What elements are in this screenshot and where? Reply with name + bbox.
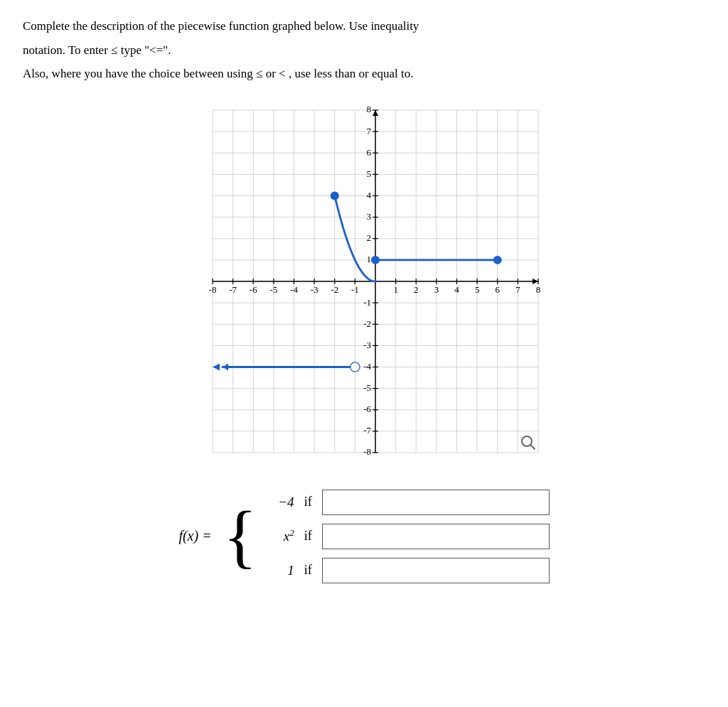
case-row-3: 1 if <box>269 558 550 583</box>
case-row-1: −4 if <box>269 490 550 515</box>
piecewise-section: f(x) = { −4 if x2 if 1 if <box>23 490 705 583</box>
graph-container <box>23 96 705 473</box>
case-value-3: 1 <box>269 563 294 578</box>
case-if-2: if <box>304 529 312 544</box>
function-graph <box>176 96 552 473</box>
case-if-3: if <box>304 563 312 578</box>
fx-label: f(x) = <box>178 528 211 544</box>
case-input-4[interactable] <box>322 558 550 583</box>
instruction-line2: notation. To enter ≤ type "<=". <box>23 41 705 60</box>
cases-table: −4 if x2 if 1 if <box>269 490 550 583</box>
piecewise-brace: { <box>223 501 257 572</box>
instruction-line3: Also, where you have the choice between … <box>23 65 705 83</box>
case-value-2: x2 <box>269 527 294 544</box>
case-input-1[interactable] <box>322 490 550 515</box>
case-value-1: −4 <box>269 495 294 510</box>
case-if-1: if <box>304 495 312 509</box>
case-input-2[interactable] <box>322 524 550 549</box>
case-row-2: x2 if <box>269 524 550 549</box>
instruction-line1: Complete the description of the piecewis… <box>23 17 705 36</box>
instructions: Complete the description of the piecewis… <box>23 17 705 83</box>
